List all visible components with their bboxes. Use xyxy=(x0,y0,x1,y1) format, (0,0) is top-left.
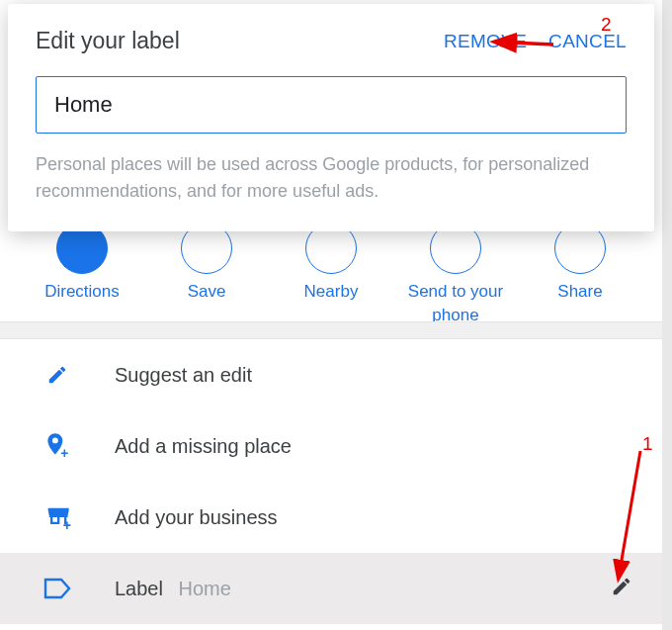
edit-label-dialog: Edit your label REMOVE CANCEL Personal p… xyxy=(8,4,654,231)
dialog-actions: REMOVE CANCEL xyxy=(444,31,627,52)
nearby-label: Nearby xyxy=(304,280,359,304)
send-label: Send to your phone xyxy=(396,280,515,327)
options-list: Suggest an edit + Add a missing place + … xyxy=(0,339,662,624)
store-add-icon: + xyxy=(40,499,75,535)
add-business-item[interactable]: + Add your business xyxy=(0,482,662,553)
directions-action[interactable]: Directions xyxy=(23,223,141,327)
add-business-label: Add your business xyxy=(115,506,632,529)
label-text: Label Home xyxy=(115,578,611,600)
cancel-button[interactable]: CANCEL xyxy=(548,31,627,52)
share-action[interactable]: Share xyxy=(521,223,639,327)
dialog-header: Edit your label REMOVE CANCEL xyxy=(36,28,627,54)
edit-label-button[interactable] xyxy=(611,576,632,602)
directions-label: Directions xyxy=(44,280,120,304)
add-missing-label: Add a missing place xyxy=(115,435,632,458)
label-item[interactable]: Label Home xyxy=(0,553,662,624)
svg-text:+: + xyxy=(60,445,68,461)
add-missing-place-item[interactable]: + Add a missing place xyxy=(0,410,662,482)
remove-button[interactable]: REMOVE xyxy=(444,31,527,52)
nearby-action[interactable]: Nearby xyxy=(272,223,390,327)
label-input[interactable] xyxy=(36,76,627,134)
dialog-title: Edit your label xyxy=(36,28,180,54)
section-divider xyxy=(0,321,662,339)
label-label: Label xyxy=(115,578,163,599)
share-label: Share xyxy=(557,280,602,304)
suggest-edit-item[interactable]: Suggest an edit xyxy=(0,339,662,410)
place-add-icon: + xyxy=(40,428,75,464)
save-action[interactable]: Save xyxy=(147,223,266,327)
dialog-description: Personal places will be used across Goog… xyxy=(36,151,627,205)
actions-row: Directions Save Nearby Send to your phon… xyxy=(0,223,662,327)
suggest-edit-label: Suggest an edit xyxy=(115,364,632,387)
label-tag-icon xyxy=(40,571,75,606)
label-value: Home xyxy=(179,578,231,599)
pencil-icon xyxy=(40,357,75,393)
save-label: Save xyxy=(188,280,226,304)
svg-text:+: + xyxy=(63,517,71,531)
send-to-phone-action[interactable]: Send to your phone xyxy=(396,223,515,327)
